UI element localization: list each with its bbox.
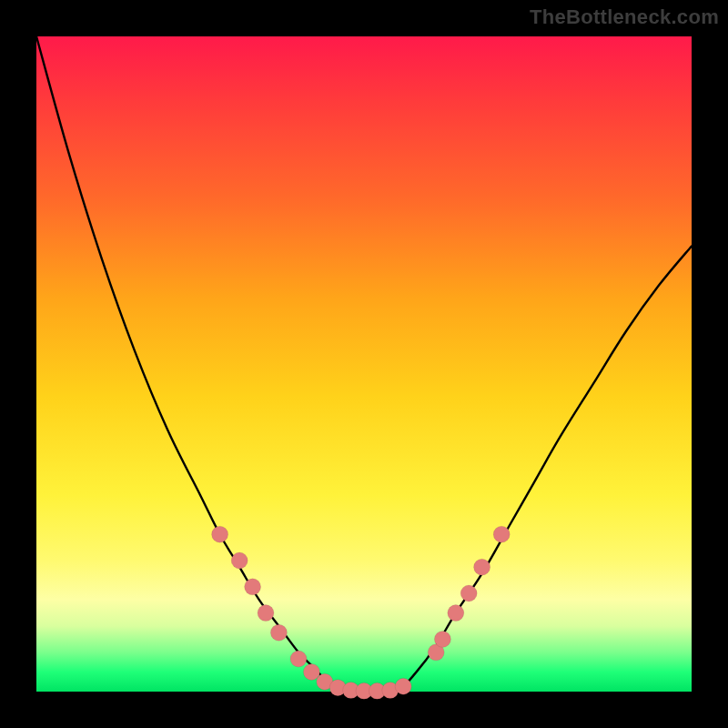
- bottleneck-curve: [36, 36, 692, 693]
- curve-group: [36, 36, 692, 693]
- data-point: [258, 605, 274, 622]
- data-point: [212, 526, 228, 542]
- data-point: [474, 559, 490, 575]
- data-point: [303, 663, 319, 680]
- data-point: [395, 678, 411, 694]
- chart-svg: [36, 36, 692, 692]
- chart-frame: TheBottleneck.com: [0, 0, 728, 728]
- data-point: [434, 631, 450, 647]
- data-point: [231, 552, 248, 569]
- data-point: [290, 651, 307, 667]
- plot-area: [36, 36, 692, 692]
- marker-group: [212, 526, 511, 699]
- data-point: [270, 624, 287, 641]
- data-point: [460, 585, 477, 602]
- data-point: [245, 579, 261, 595]
- data-point: [493, 526, 510, 542]
- watermark-text: TheBottleneck.com: [530, 5, 719, 29]
- data-point: [448, 605, 464, 622]
